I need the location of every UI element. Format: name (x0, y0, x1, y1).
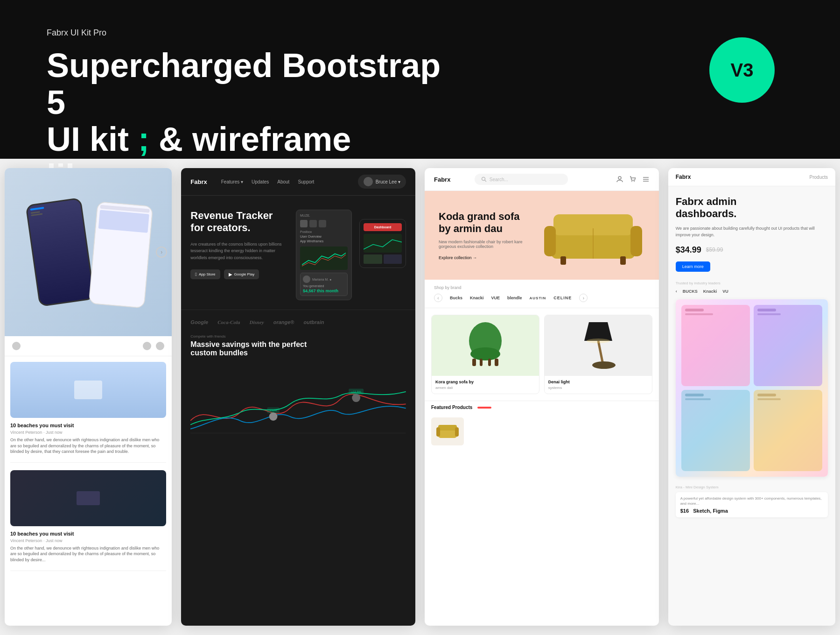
svg-point-10 (631, 181, 632, 182)
products-grid: Kora grang sofa by armen dali (425, 308, 659, 401)
article-excerpt-2: On the other hand, we denounce with righ… (10, 545, 166, 563)
nav-features[interactable]: Features ▾ (221, 179, 243, 184)
nav-about[interactable]: About (277, 179, 289, 184)
svg-rect-18 (630, 226, 642, 256)
nav-updates[interactable]: Updates (252, 179, 269, 184)
svg-text:+33%: +33% (270, 409, 278, 412)
svg-rect-25 (495, 359, 498, 366)
v3-badge: V3 (709, 37, 775, 103)
menu-icon[interactable] (642, 176, 650, 183)
card-revenue: Fabrx Features ▾ Updates About Support B… (181, 168, 415, 626)
featured-thumbs (425, 414, 659, 449)
product-info-1: Kora grang sofa by armen dali (432, 376, 539, 394)
explore-button[interactable]: Explore collection → (439, 255, 542, 260)
product-name-2: Denai light (548, 380, 648, 384)
card4-hero-desc: We are passionate about building careful… (676, 225, 828, 239)
thumb-sofa (436, 422, 459, 441)
svg-point-30 (592, 361, 616, 369)
card2-user[interactable]: Bruce Lee ▾ (358, 175, 406, 189)
card-blog-nav (5, 336, 172, 356)
mini-card-label-heading: Kira - Mini Design System (668, 481, 835, 489)
dashboard-yellow-panel (754, 390, 822, 471)
hero-arrow[interactable]: › (156, 247, 167, 258)
article-item-2: 10 beaches you must visit Vincent Peters… (10, 470, 166, 571)
appstore-button[interactable]:  App Store (190, 269, 220, 279)
article-image-1 (10, 362, 166, 418)
product-card-1: Kora grang sofa by armen dali (431, 315, 539, 394)
playstore-label: Google Play (234, 272, 255, 276)
hero-title-line1: Supercharged Bootstrap 5 (47, 47, 441, 121)
cart-icon[interactable] (629, 176, 637, 183)
card-blog-hero: › (5, 168, 172, 336)
article-item: 10 beaches you must visit Vincent Peters… (10, 362, 166, 463)
card3-hero-section: Koda grand sofaby armin dau New modern f… (425, 191, 659, 280)
card4-hero-section: Fabrx admindashboards. We are passionate… (668, 186, 835, 281)
svg-rect-24 (472, 359, 476, 366)
product-card-2: Denai light systems (544, 315, 652, 394)
product-name-1: Kora grang sofa by (435, 380, 535, 384)
brands-label: Shop by brand (434, 285, 650, 290)
card4-nav-right: Products (810, 175, 828, 180)
card2-nav-links: Features ▾ Updates About Support (221, 179, 315, 184)
mini-design-card: A powerful yet affordable design system … (676, 492, 828, 517)
card3-hero-subtitle: New modern fashionable chair by robert k… (439, 240, 542, 249)
card3-nav-icons (616, 176, 650, 183)
card3-logo: Fabrx (434, 176, 450, 183)
svg-rect-26 (480, 359, 483, 366)
trusted-label: Trusted by industry leaders (676, 281, 828, 285)
trusted-knacki: Knacki (703, 289, 717, 294)
user-icon[interactable] (616, 176, 623, 183)
explore-btn-label: Explore collection → (439, 255, 477, 260)
lamp-svg (575, 320, 622, 371)
card3-hero-title: Koda grand sofaby armin dau (439, 211, 542, 235)
card2-logo: Fabrx (190, 178, 207, 185)
svg-point-1 (269, 412, 278, 421)
brand-prev-btn[interactable]: ‹ (434, 294, 442, 302)
featured-label-text: Featured Products (431, 405, 472, 410)
svg-rect-35 (455, 427, 459, 437)
svg-line-8 (484, 180, 486, 182)
svg-point-9 (618, 176, 621, 179)
brand-google: Google (190, 319, 208, 325)
learn-more-button[interactable]: Learn more (676, 261, 710, 272)
svg-point-23 (470, 347, 500, 360)
chair-svg (462, 322, 509, 369)
svg-line-29 (598, 341, 603, 364)
card2-chart-area: +33% +12.5% (181, 365, 415, 439)
svg-rect-20 (620, 256, 626, 265)
card2-hero: Revenue Trackerfor creators. Are creatur… (181, 196, 415, 310)
card4-trusted: Trusted by industry leaders ‹ BUCKS Knac… (668, 281, 835, 294)
hero-subtitle: Fabrx UI Kit Pro (47, 28, 793, 38)
article-title-1: 10 beaches you must visit (10, 423, 166, 428)
price-old: $59.99 (706, 247, 723, 253)
svg-marker-28 (584, 322, 612, 341)
svg-rect-27 (488, 359, 491, 366)
nav-icon-1[interactable] (143, 342, 151, 350)
svg-point-31 (587, 339, 610, 343)
price-row: $34.99 $59.99 (676, 245, 828, 255)
article-meta-1: Vincent Peterson · Just now (10, 430, 166, 435)
card3-search[interactable]: Search... (475, 174, 568, 185)
product-subname-2: systems (548, 386, 648, 390)
card3-brands-row: Shop by brand ‹ Bucks Knacki VUE blendle… (425, 280, 659, 308)
card4-hero-title: Fabrx admindashboards. (676, 196, 828, 220)
product-info-2: Denai light systems (545, 376, 652, 394)
brand-orange: orange® (273, 319, 294, 325)
nav-menu-icon[interactable] (12, 342, 21, 350)
search-placeholder: Search... (490, 177, 508, 182)
play-icon: ▶ (229, 272, 232, 277)
brand-next-btn[interactable]: › (579, 294, 588, 302)
user-avatar (364, 177, 373, 186)
nav-support[interactable]: Support (298, 179, 314, 184)
product-image-1 (432, 315, 539, 376)
nav-icon-2[interactable] (156, 342, 164, 350)
card2-hero-title: Revenue Trackerfor creators. (190, 210, 287, 234)
brand-vue: VUE (491, 296, 500, 300)
playstore-button[interactable]: ▶ Google Play (224, 269, 259, 279)
trusted-bucks: BUCKS (683, 289, 698, 294)
featured-thumb-1 (431, 417, 464, 445)
badge-text: V3 (731, 60, 754, 81)
hero-accent: ; (138, 120, 149, 158)
dashboard-pink-panel (681, 305, 750, 386)
brand-cocacola: Coca-Cola (217, 319, 240, 325)
